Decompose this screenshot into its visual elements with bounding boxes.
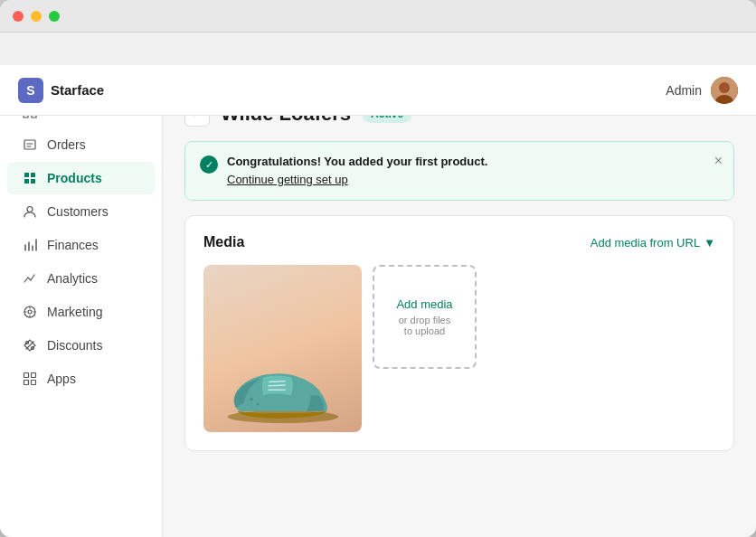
minimize-dot[interactable]: [31, 11, 42, 22]
sidebar-label-marketing: Marketing: [47, 305, 102, 319]
svg-point-10: [28, 310, 32, 314]
media-section-title: Media: [203, 234, 244, 250]
banner-link[interactable]: Continue getting set up: [227, 173, 348, 186]
svg-rect-7: [31, 179, 35, 184]
sidebar-item-analytics[interactable]: Analytics: [7, 262, 155, 295]
success-banner: ✓ Congratulations! You added your first …: [184, 141, 734, 201]
card-header: Media Add media from URL ▼: [203, 234, 715, 250]
content-area: ← Wilde Loafers Active ✓ Congratulations…: [163, 83, 756, 537]
brand-logo-letter: S: [26, 83, 34, 98]
customers-icon: [22, 203, 38, 220]
svg-point-22: [256, 403, 259, 406]
upload-subtext: or drop files to upload: [399, 315, 450, 336]
upload-label: Add media: [396, 297, 452, 311]
discounts-icon: [22, 337, 38, 353]
sidebar-item-orders[interactable]: Orders: [7, 128, 155, 161]
window-body: S Starface Admin: [0, 33, 756, 537]
success-text: Congratulations! You added your first pr…: [227, 155, 719, 187]
brand-logo: S: [18, 78, 43, 103]
main-layout: Home Orders Products: [0, 83, 756, 537]
media-grid: Add media or drop files to upload: [203, 265, 715, 432]
banner-title: Congratulations! You added your first pr…: [227, 155, 719, 168]
svg-point-1: [719, 82, 730, 93]
products-icon: [22, 170, 38, 186]
add-media-link[interactable]: Add media from URL ▼: [591, 236, 715, 250]
admin-label: Admin: [666, 83, 702, 98]
avatar-image: [711, 77, 738, 104]
svg-point-21: [250, 398, 253, 401]
close-dot[interactable]: [13, 11, 24, 22]
finances-icon: [22, 237, 38, 253]
sidebar-label-products: Products: [47, 171, 102, 185]
app-window: S Starface Admin: [0, 0, 756, 537]
orders-icon: [22, 137, 38, 153]
sidebar: Home Orders Products: [0, 83, 163, 537]
svg-rect-16: [32, 381, 36, 385]
marketing-icon: [22, 304, 38, 320]
success-icon: ✓: [200, 155, 218, 174]
sidebar-label-analytics: Analytics: [47, 271, 98, 286]
media-upload-zone[interactable]: Add media or drop files to upload: [373, 265, 477, 369]
sidebar-label-finances: Finances: [47, 238, 99, 252]
titlebar: [0, 0, 756, 33]
topbar-right: Admin: [666, 77, 738, 104]
brand: S Starface: [18, 78, 104, 103]
svg-point-8: [27, 207, 33, 212]
banner-close-button[interactable]: ×: [714, 153, 723, 169]
svg-rect-6: [24, 179, 29, 184]
add-media-text: Add media from URL: [591, 236, 700, 250]
svg-rect-5: [31, 173, 35, 177]
shoe-svg: [220, 360, 346, 423]
svg-rect-3: [24, 140, 35, 149]
svg-rect-15: [24, 381, 29, 385]
svg-rect-4: [24, 173, 29, 177]
brand-name: Starface: [51, 82, 104, 98]
sidebar-label-orders: Orders: [47, 137, 86, 152]
sidebar-item-apps[interactable]: Apps: [7, 363, 155, 395]
sidebar-label-discounts: Discounts: [47, 338, 102, 353]
svg-line-18: [269, 382, 285, 382]
expand-dot[interactable]: [49, 11, 60, 22]
chevron-down-icon: ▼: [704, 236, 715, 250]
sidebar-item-customers[interactable]: Customers: [7, 195, 155, 228]
sidebar-item-products[interactable]: Products: [7, 162, 155, 194]
sidebar-item-marketing[interactable]: Marketing: [7, 296, 155, 328]
sidebar-item-discounts[interactable]: Discounts: [7, 329, 155, 362]
svg-line-19: [268, 385, 285, 386]
sidebar-item-finances[interactable]: Finances: [7, 229, 155, 261]
svg-rect-13: [24, 373, 29, 378]
sidebar-label-customers: Customers: [47, 204, 109, 219]
avatar[interactable]: [711, 77, 738, 104]
svg-rect-14: [32, 373, 36, 378]
product-image[interactable]: [203, 265, 362, 432]
media-card: Media Add media from URL ▼: [184, 215, 734, 451]
apps-icon: [22, 371, 38, 387]
analytics-icon: [22, 270, 38, 287]
sidebar-label-apps: Apps: [47, 372, 76, 386]
topbar: S Starface Admin: [0, 65, 756, 116]
